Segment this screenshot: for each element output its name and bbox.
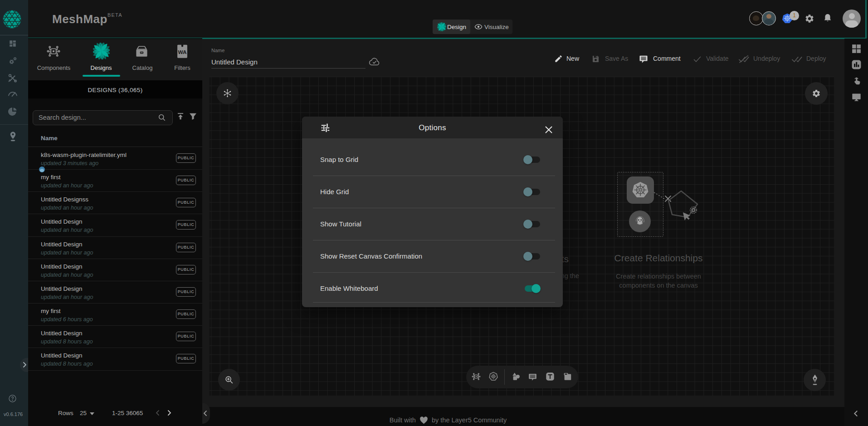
svg-text:WA: WA <box>178 49 187 55</box>
